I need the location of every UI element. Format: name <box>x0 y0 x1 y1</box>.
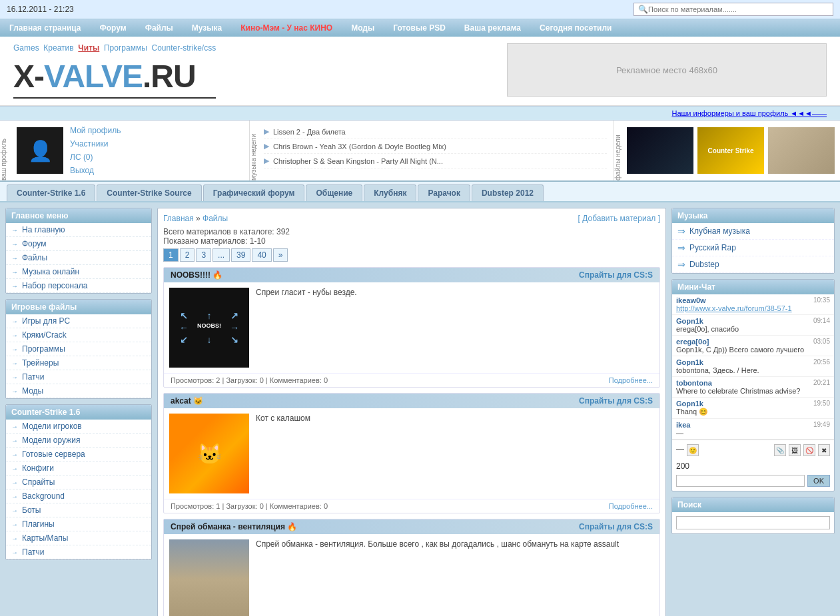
page-39[interactable]: 39 <box>231 248 250 262</box>
chat-del-btn[interactable]: ✖ <box>818 444 830 456</box>
sidebar-item-weapon-models[interactable]: →Модели оружия <box>6 434 151 448</box>
sidebar-item-music[interactable]: →Музыка онлайн <box>6 265 151 279</box>
page-next[interactable]: » <box>273 248 288 262</box>
search-input[interactable] <box>648 5 821 13</box>
tab-cs16[interactable]: Counter-Strike 1.6 <box>7 184 95 201</box>
nav-files[interactable]: Файлы <box>136 19 183 37</box>
right-link-rap[interactable]: Русский Rap <box>689 243 736 252</box>
sidebar-link-player-models[interactable]: Модели игроков <box>22 422 82 431</box>
breadcrumb-css[interactable]: Counter-strike/css <box>151 43 216 53</box>
sidebar-item-sprites[interactable]: →Спрайты <box>6 475 151 489</box>
right-link-dubstep[interactable]: Dubstep <box>689 260 719 269</box>
chat-block-btn[interactable]: 🚫 <box>803 444 815 456</box>
nav-home[interactable]: Главная страница <box>0 19 91 37</box>
chat-img-btn[interactable]: 🖼 <box>789 444 801 456</box>
right-search-input[interactable] <box>676 516 830 529</box>
sidebar-link-background[interactable]: Background <box>22 491 65 501</box>
sidebar-item-maps[interactable]: →Карты/Мапы <box>6 531 151 545</box>
chat-link-0[interactable]: http://www.x-valve.ru/forum/38-57-1 <box>676 304 792 312</box>
music-item[interactable]: ▶ Christopher S & Sean Kingston - Party … <box>264 154 607 168</box>
tab-graphic[interactable]: Графический форум <box>203 184 305 201</box>
nav-mods[interactable]: Моды <box>342 19 384 37</box>
breadcrumb-kreativ[interactable]: Креатив <box>43 43 73 53</box>
sidebar-item-bots[interactable]: →Боты <box>6 503 151 517</box>
infobar-link[interactable]: Наши информеры и ваш профиль ◄◄◄—— <box>671 109 827 117</box>
sidebar-link-plugins[interactable]: Плагины <box>22 519 55 529</box>
chat-smile-btn[interactable]: 🙂 <box>687 444 699 456</box>
breadcrumb-chity[interactable]: Читы <box>78 43 99 53</box>
nav-forum[interactable]: Форум <box>91 19 136 37</box>
sidebar-link-home[interactable]: На главную <box>22 225 65 234</box>
page-40[interactable]: 40 <box>252 248 271 262</box>
sidebar-link-pcgames[interactable]: Игры для PC <box>22 316 70 326</box>
sidebar-item-patches2[interactable]: →Патчи <box>6 545 151 559</box>
nav-visitors[interactable]: Сегодня посетили <box>530 19 621 37</box>
sidebar-item-pcgames[interactable]: →Игры для PC <box>6 314 151 328</box>
sidebar-link-forum[interactable]: Форум <box>22 239 46 248</box>
sidebar-item-player-models[interactable]: →Модели игроков <box>6 420 151 434</box>
tab-club[interactable]: Клубняк <box>364 184 416 201</box>
sidebar-link-bots[interactable]: Боты <box>22 505 41 515</box>
right-music-club[interactable]: ⇒ Клубная музыка <box>672 223 834 240</box>
content-breadcrumb-files[interactable]: Файлы <box>203 214 228 223</box>
tab-dubstep[interactable]: Dubstep 2012 <box>472 184 544 201</box>
right-link-club-music[interactable]: Клубная музыка <box>689 226 750 236</box>
add-material-link[interactable]: [ Добавить материал ] <box>578 214 660 223</box>
file-more-noobs[interactable]: Подробнее... <box>609 376 653 384</box>
sidebar-link-trainers[interactable]: Трейнеры <box>22 358 59 368</box>
tab-rarachok[interactable]: Рарачок <box>418 184 470 201</box>
sidebar-item-crack[interactable]: →Кряки/Crack <box>6 328 151 342</box>
sidebar-item-staff[interactable]: →Набор персонала <box>6 279 151 293</box>
page-3[interactable]: 3 <box>196 248 211 262</box>
file-more-akcat[interactable]: Подробнее... <box>609 502 653 510</box>
nav-cinema[interactable]: Кино-Мэм - У нас КИНО <box>231 19 342 37</box>
sidebar-link-files[interactable]: Файлы <box>22 253 47 262</box>
sidebar-item-ready-servers[interactable]: →Готовые сервера <box>6 448 151 462</box>
sidebar-item-files[interactable]: →Файлы <box>6 251 151 265</box>
sidebar-item-plugins[interactable]: →Плагины <box>6 517 151 531</box>
tab-css[interactable]: Counter-Strike Source <box>97 184 201 201</box>
sidebar-link-configs[interactable]: Конфиги <box>22 463 54 473</box>
sidebar-item-home[interactable]: →На главную <box>6 223 151 237</box>
sidebar-item-configs[interactable]: →Конфиги <box>6 462 151 475</box>
chat-text-input[interactable] <box>676 475 805 487</box>
right-music-rap[interactable]: ⇒ Русский Rap <box>672 240 834 256</box>
sidebar-item-trainers[interactable]: →Трейнеры <box>6 356 151 370</box>
sidebar-link-weapon-models[interactable]: Модели оружия <box>22 436 80 445</box>
content-breadcrumb-home[interactable]: Главная <box>163 214 194 223</box>
sidebar-link-patches[interactable]: Патчи <box>22 372 45 382</box>
search-box[interactable]: 🔍 <box>633 3 833 16</box>
sidebar-link-programs[interactable]: Программы <box>22 344 65 354</box>
chat-attach-btn[interactable]: 📎 <box>774 444 786 456</box>
nav-ad[interactable]: Ваша реклама <box>455 19 530 37</box>
sidebar-link-crack[interactable]: Кряки/Crack <box>22 330 67 340</box>
breadcrumb-programmy[interactable]: Программы <box>104 43 147 53</box>
sidebar-link-sprites[interactable]: Спрайты <box>22 477 55 487</box>
sidebar-link-mods[interactable]: Моды <box>22 386 43 396</box>
my-profile-link[interactable]: Мой профиль <box>70 126 121 135</box>
sidebar-item-mods[interactable]: →Моды <box>6 384 151 398</box>
chat-ok-button[interactable]: OK <box>807 475 830 487</box>
sidebar-item-patches[interactable]: →Патчи <box>6 370 151 384</box>
sidebar-item-forum[interactable]: →Форум <box>6 237 151 251</box>
pm-link[interactable]: ЛС (0) <box>70 153 121 162</box>
sidebar-item-background[interactable]: →Background <box>6 489 151 503</box>
sidebar-link-patches2[interactable]: Патчи <box>22 547 45 557</box>
nav-music[interactable]: Музыка <box>183 19 231 37</box>
nav-psd[interactable]: Готовые PSD <box>384 19 455 37</box>
sidebar-item-programs[interactable]: →Программы <box>6 342 151 356</box>
page-2[interactable]: 2 <box>180 248 195 262</box>
sidebar-link-staff[interactable]: Набор персонала <box>22 281 88 290</box>
sidebar-link-maps[interactable]: Карты/Мапы <box>22 533 68 543</box>
music-item[interactable]: ▶ Lissen 2 - Два билета <box>264 125 607 139</box>
music-item[interactable]: ▶ Chris Brown - Yeah 3X (Gordon & Doyle … <box>264 139 607 154</box>
participants-link[interactable]: Участники <box>70 139 121 149</box>
breadcrumb-games[interactable]: Games <box>13 43 39 53</box>
tab-chat[interactable]: Общение <box>306 184 362 201</box>
sidebar-link-music[interactable]: Музыка онлайн <box>22 267 79 276</box>
content-header: Главная » Файлы [ Добавить материал ] <box>163 214 660 223</box>
logout-link[interactable]: Выход <box>70 166 121 175</box>
page-1[interactable]: 1 <box>163 248 179 262</box>
sidebar-link-ready-servers[interactable]: Готовые сервера <box>22 450 85 459</box>
right-music-dubstep[interactable]: ⇒ Dubstep <box>672 256 834 273</box>
